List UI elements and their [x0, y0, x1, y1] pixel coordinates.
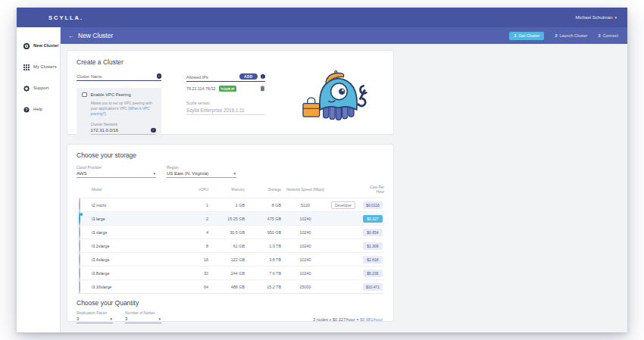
instance-storage: 950 GB [245, 230, 281, 235]
scylla-version-value: Scylla Enterprise 2018.1.11 [186, 105, 265, 115]
instance-network: 10240 [281, 230, 325, 235]
info-icon[interactable]: i [157, 73, 162, 79]
instance-storage: 1.9 TB [245, 244, 281, 248]
instance-storage: 3.8 TB [245, 257, 281, 262]
instance-row-i3.large[interactable]: i3.large215.25 GB475 GB10240$0.327 [77, 211, 384, 225]
instance-row-i3.16xlarge[interactable]: i3.16xlarge64488 GB15.2 TB25000$10.471 [77, 279, 384, 293]
cost-badge: $2.618 [363, 256, 383, 264]
sidebar-item-my-clusters[interactable]: My Clusters [17, 56, 60, 77]
add-ip-button[interactable]: ADD [239, 73, 257, 80]
top-navbar: SCYLLA. Michael Schulman ▾ [17, 8, 627, 27]
info-icon[interactable]: i [261, 74, 266, 80]
instance-vcpu: 8 [180, 244, 208, 248]
cost-badge: $0.327 [363, 215, 383, 223]
sidebar-item-label: My Clusters [33, 64, 57, 69]
instance-table-header: Model vCPU Memory Storage Network Speed … [77, 184, 384, 198]
toolbox-icon [303, 98, 320, 117]
info-icon[interactable]: i [151, 128, 156, 133]
instance-storage: 8 GB [245, 203, 281, 207]
sidebar-item-support[interactable]: Support [17, 77, 60, 98]
step-connect[interactable]: 3Connect [598, 33, 618, 38]
sidebar-item-label: Help [33, 107, 42, 111]
step-launch-cluster[interactable]: 2Launch Cluster [555, 33, 587, 38]
instance-table: Model vCPU Memory Storage Network Speed … [77, 184, 384, 293]
cost-badge: $10.471 [363, 283, 383, 291]
my-clusters-icon [23, 60, 30, 73]
wrench-icon [358, 86, 367, 106]
user-menu[interactable]: Michael Schulman ▾ [575, 15, 617, 20]
instance-network: 25000 [281, 285, 325, 289]
help-icon: ? [23, 102, 30, 116]
new-cluster-icon [23, 39, 30, 52]
support-gear-icon [23, 81, 30, 95]
chevron-down-icon: ▼ [153, 172, 156, 176]
cost-badge: $0.0116 [363, 201, 383, 209]
instance-vcpu: 1 [180, 203, 208, 207]
page-title: New Cluster [78, 32, 113, 39]
vpc-peering-checkbox[interactable] [82, 92, 87, 98]
instance-radio[interactable] [79, 225, 80, 239]
instance-row-i3.4xlarge[interactable]: i3.4xlarge16122 GB3.8 TB10240$2.618 [77, 252, 384, 266]
instance-row-i3.2xlarge[interactable]: i3.2xlarge861 GB1.9 TB10240$1.309 [77, 239, 384, 252]
app-window: SCYLLA. Michael Schulman ▾ New ClusterMy… [17, 8, 627, 332]
storage-title: Choose your storage [77, 151, 384, 159]
instance-memory: 488 GB [208, 285, 245, 289]
instance-network: 5120 [281, 203, 325, 207]
cluster-network-label: Cluster Network [91, 122, 156, 126]
allowed-ips-label: Allowed IPs [186, 75, 208, 80]
delete-ip-icon[interactable] [260, 86, 265, 92]
region-select[interactable]: US East (N. Virginia) ▼ [167, 170, 236, 178]
number-of-nodes-select[interactable]: 3 ▼ [125, 315, 161, 323]
replication-factor-select[interactable]: 3 ▼ [77, 315, 113, 323]
cluster-name-label: Cluster Name [77, 74, 102, 79]
chevron-down-icon: ▼ [233, 172, 236, 176]
instance-vcpu: 16 [180, 257, 208, 262]
sidebar-item-help[interactable]: ?Help [17, 98, 60, 120]
chevron-down-icon: ▾ [614, 15, 617, 20]
quantity-title: Choose your Quantity [77, 299, 384, 307]
wizard-steps: 1Get Cluster2Launch Cluster3Connect [509, 32, 618, 40]
instance-vcpu: 2 [180, 217, 208, 221]
instance-memory: 244 GB [208, 271, 245, 276]
cloud-provider-select[interactable]: AWS ▼ [77, 170, 156, 178]
instance-model: i3.4xlarge [92, 257, 180, 262]
instance-radio[interactable] [79, 239, 80, 253]
instance-network: 10240 [281, 257, 325, 262]
instance-memory: 122 GB [208, 257, 245, 262]
cluster-name-field[interactable]: Cluster Name i [77, 73, 161, 81]
back-arrow-icon[interactable]: ← [68, 33, 74, 39]
instance-storage: 475 GB [245, 217, 281, 221]
instance-model: i3.8xlarge [92, 271, 180, 276]
instance-radio[interactable] [79, 266, 80, 280]
sidebar: New ClusterMy ClustersSupport?Help [17, 27, 61, 332]
instance-memory: 61 GB [208, 244, 245, 248]
svg-text:?: ? [26, 108, 28, 112]
allowed-ip-value: 76.21.114.76/32 [186, 86, 216, 91]
create-cluster-card: Create a Cluster Cluster Name i Enable V… [67, 50, 394, 135]
chevron-down-icon: ▼ [110, 317, 113, 321]
instance-radio[interactable] [79, 198, 80, 212]
instance-row-i3.xlarge[interactable]: i3.xlarge430.5 GB950 GB10240$0.654 [77, 225, 384, 239]
instance-radio[interactable] [79, 252, 80, 267]
cluster-network-field[interactable]: 172.31.0.0/16 i [91, 128, 156, 136]
instance-model: i3.2xlarge [92, 244, 180, 248]
instance-vcpu: 4 [180, 230, 208, 235]
instance-row-i3.8xlarge[interactable]: i3.8xlarge32244 GB7.6 TB10240$5.236 [77, 266, 384, 279]
cost-badge: $1.309 [363, 242, 383, 250]
instance-memory: 15.25 GB [208, 217, 245, 221]
instance-memory: 1 GB [208, 203, 245, 207]
vpc-description: Allows you to set up VPC peering with yo… [91, 101, 156, 117]
instance-radio[interactable] [79, 211, 80, 226]
step-get-cluster[interactable]: 1Get Cluster [509, 32, 544, 40]
developer-badge: Developer [331, 201, 355, 209]
instance-row-t2.micro[interactable]: t2.micro11 GB8 GB5120Developer$0.0116 [77, 198, 384, 211]
instance-radio[interactable] [79, 279, 80, 294]
instance-network: 10240 [281, 271, 325, 276]
sidebar-item-new-cluster[interactable]: New Cluster [17, 35, 60, 56]
instance-model: t2.micro [92, 203, 180, 207]
instance-model: i3.xlarge [92, 230, 180, 235]
main-content: ← New Cluster 1Get Cluster2Launch Cluste… [61, 27, 627, 332]
storage-card: Choose your storage Cloud Provider AWS ▼… [67, 144, 394, 322]
cost-summary: 3 nodes x $0.327/hour = $0.981/hour [313, 317, 383, 322]
instance-memory: 30.5 GB [208, 230, 245, 235]
